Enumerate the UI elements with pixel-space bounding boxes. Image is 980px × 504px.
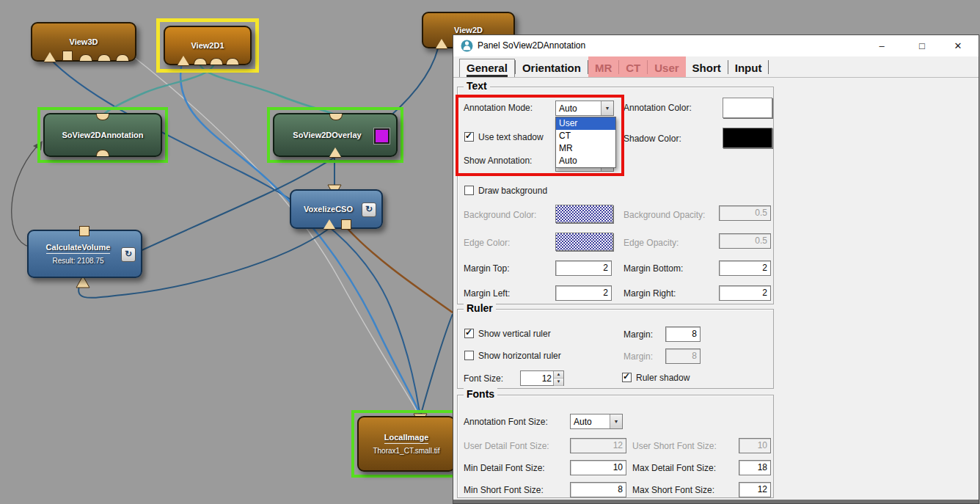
title-bar[interactable]: Panel SoView2DAnnotation – □ ✕ bbox=[453, 35, 979, 56]
annotation-color-label: Annotation Color: bbox=[624, 103, 692, 113]
margin-left-field[interactable]: 2 bbox=[555, 285, 612, 301]
node-label: View3D bbox=[70, 37, 98, 46]
mevislab-icon bbox=[461, 40, 473, 52]
annotation-mode-dropdown-list: User CT MR Auto bbox=[555, 117, 616, 168]
tab-short[interactable]: Short bbox=[686, 59, 728, 77]
ruler-shadow-label: Ruler shadow bbox=[636, 373, 690, 383]
selection-frame-view2d1: View2D1 bbox=[156, 18, 259, 73]
connector-square[interactable] bbox=[79, 226, 89, 236]
background-color-swatch bbox=[555, 205, 613, 223]
dropdown-option[interactable]: User bbox=[556, 117, 615, 130]
connector-dome[interactable] bbox=[98, 54, 111, 61]
show-vertical-ruler-label: Show vertical ruler bbox=[478, 329, 551, 339]
connector-square[interactable] bbox=[341, 219, 351, 230]
ruler-shadow-checkbox[interactable]: ✓ bbox=[622, 373, 632, 382]
annotation-color-swatch[interactable] bbox=[723, 98, 772, 118]
min-detail-font-size-field[interactable]: 10 bbox=[570, 460, 626, 475]
connector-dome[interactable] bbox=[194, 58, 207, 65]
refresh-icon[interactable]: ↻ bbox=[121, 247, 136, 262]
spin-up-icon[interactable]: ▲ bbox=[554, 371, 563, 379]
dropdown-option[interactable]: MR bbox=[556, 142, 615, 155]
shadow-color-swatch[interactable] bbox=[723, 128, 772, 148]
node-localimage[interactable]: LocalImage Thorax1_CT.small.tif bbox=[357, 416, 456, 472]
group-title: Fonts bbox=[464, 388, 497, 400]
node-label: CalculateVolume bbox=[46, 243, 111, 254]
connector-dome[interactable] bbox=[116, 54, 129, 61]
connector-triangle[interactable] bbox=[44, 52, 56, 62]
node-soview2doverlay[interactable]: SoView2DOverlay bbox=[273, 113, 398, 157]
connector-triangle[interactable] bbox=[436, 39, 447, 48]
chevron-down-icon[interactable]: ▼ bbox=[610, 414, 622, 428]
horizontal-margin-label: Margin: bbox=[624, 351, 653, 362]
disabled-tab-group: MR CT User bbox=[588, 56, 686, 77]
shadow-color-label: Shadow Color: bbox=[624, 134, 681, 144]
text-groupbox: Text Annotation Mode: Auto ▼ Annotation … bbox=[457, 87, 774, 304]
selection-frame-localimage: LocalImage Thorax1_CT.small.tif bbox=[351, 410, 461, 478]
edge-voxelizecso-base[interactable] bbox=[348, 229, 453, 313]
group-title: Text bbox=[464, 80, 490, 92]
connector-triangle[interactable] bbox=[323, 219, 335, 229]
user-detail-font-size-field: 12 bbox=[570, 438, 626, 453]
tab-ct[interactable]: CT bbox=[619, 59, 647, 77]
font-size-spinner[interactable]: 12 ▲▼ bbox=[520, 370, 564, 386]
node-view3d[interactable]: View3D bbox=[31, 22, 136, 62]
show-vertical-ruler-checkbox[interactable]: ✓ bbox=[464, 329, 474, 338]
mevislab-network-editor: View3D View2D1 View2D SoView bbox=[0, 0, 980, 504]
connector-triangle[interactable] bbox=[178, 56, 189, 65]
refresh-icon[interactable]: ↻ bbox=[362, 202, 376, 217]
overlay-color-indicator[interactable] bbox=[374, 128, 390, 144]
node-soview2dannotation[interactable]: SoView2DAnnotation bbox=[43, 113, 162, 157]
connector-dome[interactable] bbox=[79, 54, 92, 61]
close-button[interactable]: ✕ bbox=[942, 35, 974, 56]
connector-dome[interactable] bbox=[96, 114, 109, 120]
node-voxelizecso[interactable]: VoxelizeCSO ↻ bbox=[290, 189, 383, 229]
min-short-font-size-field[interactable]: 8 bbox=[570, 482, 626, 497]
edge-color-label: Edge Color: bbox=[464, 238, 510, 248]
node-view2d1[interactable]: View2D1 bbox=[164, 26, 252, 65]
connector-triangle[interactable] bbox=[329, 147, 341, 157]
dropdown-option[interactable]: CT bbox=[556, 130, 615, 142]
tab-orientation[interactable]: Orientation bbox=[516, 59, 588, 77]
background-opacity-label: Background Opacity: bbox=[624, 210, 705, 220]
tab-separator bbox=[768, 60, 769, 74]
maximize-button[interactable]: □ bbox=[906, 35, 938, 56]
tab-user[interactable]: User bbox=[648, 59, 685, 77]
spin-down-icon[interactable]: ▼ bbox=[554, 379, 563, 386]
connector-dome[interactable] bbox=[210, 58, 223, 65]
node-result-value: Result: 2108.75 bbox=[52, 255, 103, 265]
show-horizontal-ruler-checkbox[interactable]: ✓ bbox=[464, 351, 474, 360]
max-short-font-size-field[interactable]: 12 bbox=[739, 482, 771, 497]
connector-dome[interactable] bbox=[96, 150, 109, 156]
minimize-button[interactable]: – bbox=[866, 35, 898, 56]
tab-general[interactable]: General bbox=[459, 59, 515, 77]
horizontal-margin-field: 8 bbox=[665, 348, 701, 364]
node-label: VoxelizeCSO bbox=[304, 205, 353, 213]
connector-dome[interactable] bbox=[329, 114, 343, 120]
node-calculatevolume[interactable]: CalculateVolume Result: 2108.75 ↻ bbox=[27, 230, 142, 278]
node-label: View2D1 bbox=[191, 41, 224, 50]
window-bottom-edge bbox=[453, 500, 979, 503]
annotation-font-size-combo[interactable]: Auto ▼ bbox=[570, 414, 623, 429]
node-label: SoView2DOverlay bbox=[293, 131, 361, 139]
connector-square[interactable] bbox=[62, 51, 73, 61]
max-short-font-size-label: Max Short Font Size: bbox=[632, 485, 714, 495]
ruler-groupbox: Ruler ✓ Show vertical ruler Margin: 8 ✓ … bbox=[457, 309, 774, 389]
tab-mr[interactable]: MR bbox=[588, 59, 618, 77]
margin-top-field[interactable]: 2 bbox=[555, 260, 612, 276]
margin-top-label: Margin Top: bbox=[464, 263, 509, 274]
draw-background-checkbox[interactable]: ✓ bbox=[464, 186, 474, 195]
user-detail-font-size-label: User Detail Font Size: bbox=[464, 441, 549, 451]
edge-opacity-field: 0.5 bbox=[719, 233, 771, 249]
connector-dome[interactable] bbox=[226, 58, 239, 65]
vertical-margin-field[interactable]: 8 bbox=[665, 326, 701, 342]
user-short-font-size-field: 10 bbox=[739, 438, 771, 453]
margin-right-field[interactable]: 2 bbox=[719, 285, 771, 301]
margin-bottom-field[interactable]: 2 bbox=[719, 260, 771, 276]
max-detail-font-size-label: Max Detail Font Size: bbox=[632, 463, 716, 473]
edge-panel-localimage[interactable] bbox=[421, 314, 453, 414]
dropdown-option[interactable]: Auto bbox=[556, 155, 615, 167]
tab-input[interactable]: Input bbox=[728, 59, 769, 77]
user-short-font-size-label: User Short Font Size: bbox=[632, 441, 717, 451]
background-opacity-field: 0.5 bbox=[719, 205, 771, 221]
max-detail-font-size-field[interactable]: 18 bbox=[739, 460, 771, 475]
